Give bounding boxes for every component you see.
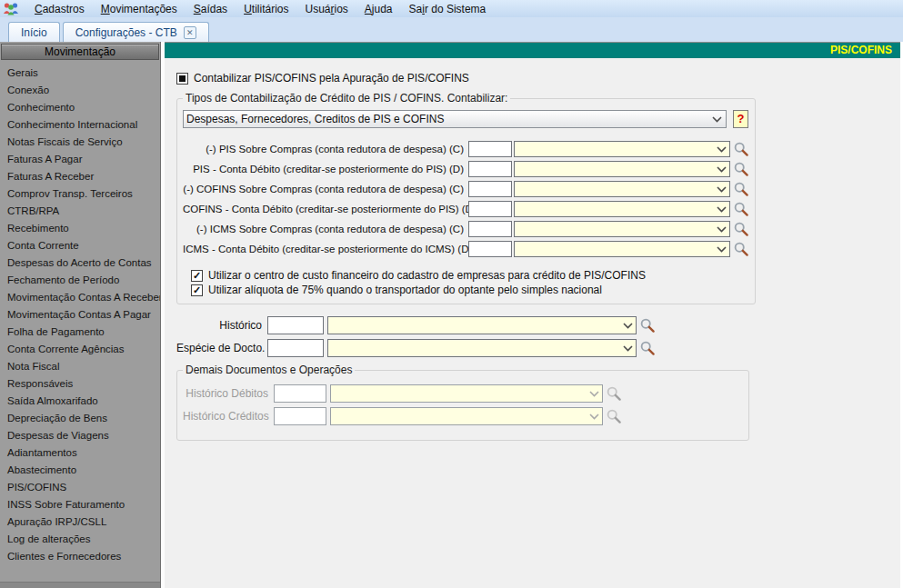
search-icon[interactable] (733, 161, 749, 177)
account-rows: (-) PIS Sobre Compras (conta redutora de… (183, 140, 749, 258)
sidebar-item[interactable]: Fechamento de Período (0, 272, 160, 289)
selected-option: Despesas, Fornecedores, Creditos de PIS … (186, 113, 711, 125)
close-icon[interactable]: ✕ (184, 26, 196, 39)
sidebar-item[interactable]: Despesas do Acerto de Contas (0, 254, 160, 272)
account-select[interactable] (514, 241, 730, 257)
sidebar-item[interactable]: Depreciação de Bens (0, 410, 160, 427)
sidebar-item[interactable]: Recebimento (0, 220, 160, 237)
sidebar-item[interactable]: Clientes e Fornecedores (0, 548, 160, 565)
search-icon[interactable] (733, 141, 749, 157)
pis-cofins-form: Contabilizar PIS/COFINS pela Apuração de… (165, 58, 900, 441)
account-code-input[interactable] (468, 221, 512, 237)
search-icon[interactable] (639, 340, 656, 356)
sidebar-item[interactable]: Gerais (0, 65, 160, 82)
disabled-historico-row: Histórico Débitos (183, 384, 743, 404)
page-title: PIS/COFINS (165, 43, 900, 58)
menu-item[interactable]: Utilitários (236, 3, 296, 15)
account-row: ICMS - Conta Débito (creditar-se posteri… (183, 240, 749, 258)
search-icon[interactable] (733, 221, 749, 237)
sidebar-header[interactable]: Movimentação (1, 44, 159, 60)
chevron-down-icon (711, 116, 723, 123)
sidebar-item[interactable]: Faturas A Receber (0, 168, 160, 185)
sidebar-item[interactable]: Despesas de Viagens (0, 427, 160, 444)
tab-configuracoes-ctb[interactable]: Configurações - CTB ✕ (63, 22, 209, 42)
sidebar-item[interactable]: Log de alterações (0, 531, 160, 548)
sidebar-item[interactable]: Conexão (0, 82, 160, 99)
sidebar-item[interactable]: Conhecimento (0, 99, 160, 116)
search-icon[interactable] (639, 317, 656, 334)
account-code-input[interactable] (468, 201, 512, 217)
sidebar-item[interactable]: CTRB/RPA (0, 203, 160, 220)
menu-item[interactable]: Movimentações (93, 3, 186, 15)
especie-docto-label: Espécie de Docto. (176, 342, 267, 354)
historico-code-input-disabled (274, 407, 326, 425)
account-code-input[interactable] (468, 241, 512, 257)
account-select[interactable] (514, 221, 730, 237)
sidebar-item[interactable]: INSS Sobre Faturamento (0, 496, 160, 513)
contabilizar-pis-cofins-checkbox[interactable] (176, 73, 188, 85)
account-row: PIS - Conta Débito (creditar-se posterio… (183, 160, 749, 178)
sidebar-item[interactable]: Notas Fiscais de Serviço (0, 134, 160, 151)
historico-code-input-disabled (274, 384, 326, 403)
sidebar-item[interactable]: Nota Fiscal (0, 358, 160, 375)
sidebar-item[interactable]: Conhecimento Internacional (0, 116, 160, 134)
groupbox-legend: Demais Documentos e Operações (183, 364, 355, 376)
menu-item[interactable]: Usuários (296, 3, 356, 15)
menu-item[interactable]: Sair do Sistema (401, 3, 495, 15)
tipo-contabilizacao-select[interactable]: Despesas, Fornecedores, Creditos de PIS … (183, 110, 727, 128)
search-icon[interactable] (733, 181, 749, 197)
account-select[interactable] (514, 161, 730, 177)
sidebar-item[interactable]: Movimentação Contas A Pagar (0, 306, 160, 324)
account-select[interactable] (514, 181, 730, 197)
help-button[interactable]: ? (733, 110, 748, 128)
historico-select[interactable] (327, 316, 637, 334)
tab-label: Início (21, 26, 47, 39)
checkbox-label: Contabilizar PIS/COFINS pela Apuração de… (194, 72, 469, 85)
sidebar-item[interactable]: Responsáveis (0, 375, 160, 393)
account-row-label: ICMS - Conta Débito (creditar-se posteri… (183, 244, 468, 254)
users-app-icon (3, 2, 19, 15)
sidebar-item[interactable]: Faturas A Pagar (0, 151, 160, 168)
account-row-label: (-) ICMS Sobre Compras (conta redutora d… (183, 224, 468, 234)
chevron-down-icon (716, 246, 727, 253)
search-icon[interactable] (733, 201, 749, 217)
historico-select-disabled (330, 384, 603, 403)
historico-select-disabled (330, 407, 603, 425)
account-code-input[interactable] (468, 161, 512, 177)
sidebar-horizontal-scrollbar[interactable] (0, 582, 160, 588)
account-row: COFINS - Conta Débito (creditar-se poste… (183, 200, 749, 218)
search-icon[interactable] (733, 241, 749, 257)
menu-item[interactable]: Ajuda (356, 3, 401, 15)
chevron-down-icon (716, 166, 727, 173)
historico-code-input[interactable] (267, 316, 324, 334)
demais-documentos-groupbox: Demais Documentos e Operações Histórico … (176, 364, 749, 441)
especie-docto-code-input[interactable] (267, 339, 324, 357)
chevron-down-icon (588, 391, 600, 397)
sidebar-item[interactable]: Comprov Transp. Terceiros (0, 185, 160, 203)
centro-custo-checkbox[interactable] (191, 270, 203, 282)
chevron-down-icon (716, 226, 727, 233)
aliquota-75-checkbox[interactable] (191, 284, 203, 296)
account-row-label: PIS - Conta Débito (creditar-se posterio… (183, 164, 468, 174)
groupbox-legend: Tipos de Contabilização de Crédito de PI… (183, 92, 510, 105)
sidebar-item[interactable]: Conta Corrente Agências (0, 341, 160, 358)
account-code-input[interactable] (468, 141, 512, 157)
sidebar-item-list: Gerais Conexão Conhecimento Conhecimento… (0, 65, 160, 565)
sidebar-item[interactable]: PIS/COFINS (0, 479, 160, 496)
chevron-down-icon (588, 414, 600, 420)
sidebar-item[interactable]: Saída Almoxarifado (0, 393, 160, 410)
account-code-input[interactable] (468, 181, 512, 197)
sidebar-item[interactable]: Folha de Pagamento (0, 324, 160, 341)
sidebar-item[interactable]: Movimentação Contas A Receber (0, 289, 160, 306)
menu-item[interactable]: Cadastros (26, 3, 93, 15)
tab-strip: Início Configurações - CTB ✕ (0, 17, 903, 42)
sidebar-item[interactable]: Abastecimento (0, 462, 160, 479)
menu-item[interactable]: Saídas (186, 3, 236, 15)
sidebar-item[interactable]: Adiantamentos (0, 444, 160, 462)
account-select[interactable] (514, 141, 730, 157)
tab-inicio[interactable]: Início (8, 22, 60, 42)
sidebar-item[interactable]: Conta Corrente (0, 237, 160, 254)
sidebar-item[interactable]: Apuração IRPJ/CSLL (0, 513, 160, 531)
account-select[interactable] (514, 201, 730, 217)
especie-docto-select[interactable] (327, 339, 637, 357)
